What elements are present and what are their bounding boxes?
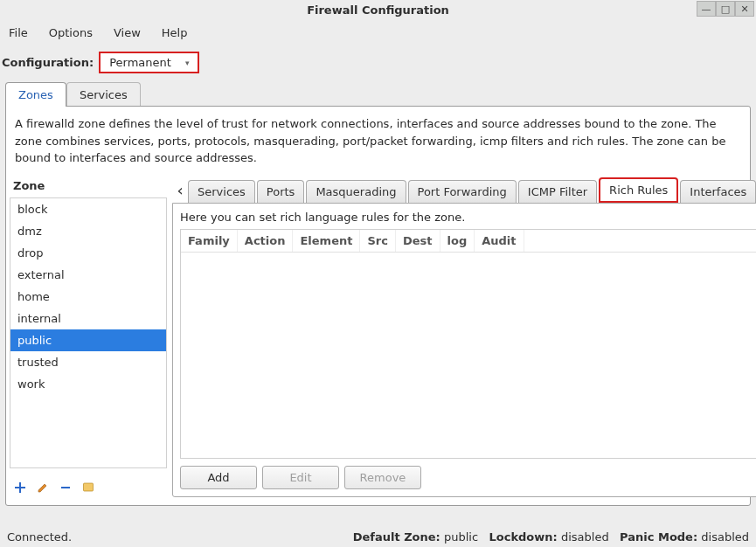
inner-tab-port-forwarding[interactable]: Port Forwarding bbox=[408, 180, 517, 203]
rich-rules-panel: Here you can set rich language rules for… bbox=[172, 203, 756, 497]
tab-zones[interactable]: Zones bbox=[5, 82, 66, 107]
chevron-down-icon: ▾ bbox=[185, 59, 190, 67]
statusbar: Connected. Default Zone: public Lockdown… bbox=[0, 527, 756, 547]
svg-rect-0 bbox=[84, 483, 94, 491]
inner-tab-rich-rules[interactable]: Rich Rules bbox=[599, 177, 678, 203]
tab-services[interactable]: Services bbox=[66, 82, 141, 107]
inner-tab-masquerading[interactable]: Masquerading bbox=[306, 180, 406, 203]
zone-item-internal[interactable]: internal bbox=[10, 308, 166, 329]
zone-item-work[interactable]: work bbox=[10, 373, 166, 395]
zone-right: ‹ Services Ports Masquerading Port Forwa… bbox=[172, 177, 756, 498]
maximize-button[interactable]: □ bbox=[716, 1, 735, 17]
status-connected: Connected. bbox=[7, 530, 72, 544]
inner-tabs: Services Ports Masquerading Port Forward… bbox=[188, 177, 756, 203]
col-src[interactable]: Src bbox=[360, 230, 395, 252]
zone-body: Zone block dmz drop external home intern… bbox=[10, 177, 741, 498]
col-family[interactable]: Family bbox=[181, 230, 238, 252]
main-tabs: Zones Services bbox=[5, 82, 751, 107]
scroll-left-icon[interactable]: ‹ bbox=[172, 177, 188, 204]
zone-list[interactable]: block dmz drop external home internal pu… bbox=[10, 197, 167, 468]
rich-rules-header: Family Action Element Src Dest log Audit bbox=[181, 230, 756, 253]
zone-toolbar bbox=[10, 477, 167, 498]
edit-rule-button[interactable]: Edit bbox=[262, 466, 339, 489]
status-default-zone: public bbox=[444, 530, 478, 544]
menu-options[interactable]: Options bbox=[45, 24, 96, 41]
status-panic-label: Panic Mode: bbox=[620, 530, 697, 544]
window-title: Firewall Configuration bbox=[307, 3, 449, 17]
rich-rules-description: Here you can set rich language rules for… bbox=[180, 211, 756, 224]
menu-view[interactable]: View bbox=[110, 24, 144, 41]
config-label: Configuration: bbox=[2, 56, 94, 69]
status-lockdown: disabled bbox=[561, 530, 609, 544]
zone-item-external[interactable]: external bbox=[10, 264, 166, 286]
col-action[interactable]: Action bbox=[238, 230, 294, 252]
inner-tab-icmp-filter[interactable]: ICMP Filter bbox=[518, 180, 597, 203]
add-rule-button[interactable]: Add bbox=[180, 466, 257, 489]
inner-tab-interfaces[interactable]: Interfaces bbox=[680, 180, 756, 203]
col-audit[interactable]: Audit bbox=[475, 230, 524, 252]
col-element[interactable]: Element bbox=[293, 230, 360, 252]
zone-item-home[interactable]: home bbox=[10, 286, 166, 308]
titlebar: Firewall Configuration — □ ✕ bbox=[0, 0, 756, 19]
zone-item-dmz[interactable]: dmz bbox=[10, 220, 166, 242]
zone-list-header: Zone bbox=[10, 177, 167, 197]
config-value: Permanent bbox=[109, 56, 171, 69]
rich-rules-table[interactable]: Family Action Element Src Dest log Audit bbox=[180, 229, 756, 459]
col-dest[interactable]: Dest bbox=[396, 230, 440, 252]
zones-panel: A firewalld zone defines the level of tr… bbox=[5, 106, 751, 506]
status-panic: disabled bbox=[701, 530, 749, 544]
config-row: Configuration: Permanent ▾ bbox=[0, 46, 756, 82]
load-defaults-icon[interactable] bbox=[81, 481, 95, 495]
edit-zone-icon[interactable] bbox=[36, 481, 50, 495]
window-controls: — □ ✕ bbox=[697, 1, 754, 17]
menubar: File Options View Help bbox=[0, 19, 756, 46]
zone-description: A firewalld zone defines the level of tr… bbox=[10, 115, 741, 177]
zone-item-trusted[interactable]: trusted bbox=[10, 351, 166, 373]
zone-item-block[interactable]: block bbox=[10, 198, 166, 220]
zone-item-drop[interactable]: drop bbox=[10, 242, 166, 264]
menu-help[interactable]: Help bbox=[158, 24, 191, 41]
rich-rules-buttons: Add Edit Remove bbox=[180, 466, 756, 489]
close-button[interactable]: ✕ bbox=[735, 1, 754, 17]
config-select[interactable]: Permanent ▾ bbox=[99, 52, 199, 73]
inner-tab-ports[interactable]: Ports bbox=[257, 180, 305, 203]
menu-file[interactable]: File bbox=[5, 24, 31, 41]
remove-zone-icon[interactable] bbox=[59, 481, 73, 495]
remove-rule-button[interactable]: Remove bbox=[344, 466, 421, 489]
inner-tabs-wrap: ‹ Services Ports Masquerading Port Forwa… bbox=[172, 177, 756, 204]
minimize-button[interactable]: — bbox=[697, 1, 716, 17]
add-zone-icon[interactable] bbox=[13, 481, 27, 495]
status-default-zone-label: Default Zone: bbox=[353, 530, 440, 544]
zone-left: Zone block dmz drop external home intern… bbox=[10, 177, 167, 498]
inner-tab-services[interactable]: Services bbox=[188, 180, 255, 203]
status-right: Default Zone: public Lockdown: disabled … bbox=[353, 530, 749, 544]
status-lockdown-label: Lockdown: bbox=[489, 530, 558, 544]
col-log[interactable]: log bbox=[440, 230, 475, 252]
zone-item-public[interactable]: public bbox=[10, 329, 166, 351]
